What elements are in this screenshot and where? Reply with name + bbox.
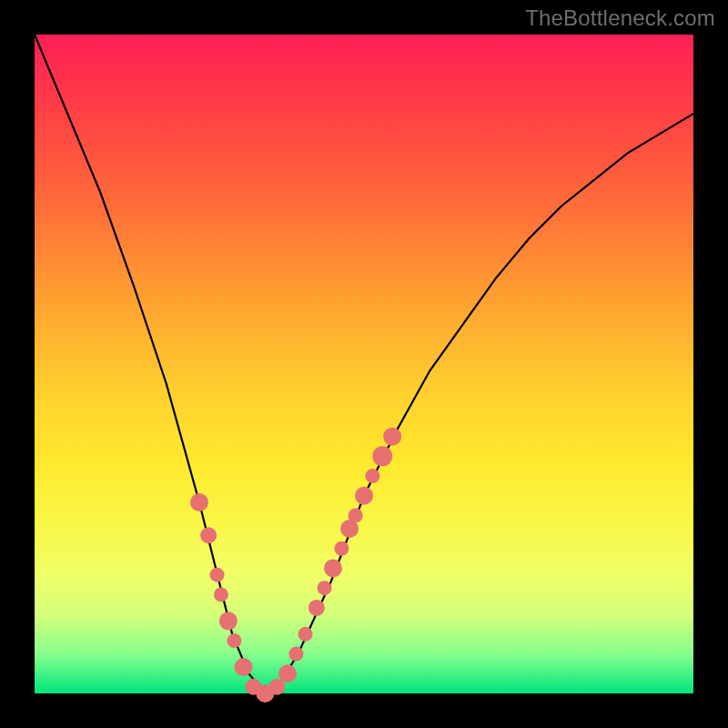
curve-marker — [308, 600, 325, 616]
bottleneck-curve — [35, 35, 693, 693]
curve-marker — [235, 658, 253, 676]
curve-marker — [288, 647, 303, 662]
curve-marker — [278, 664, 297, 682]
curve-marker — [372, 446, 392, 466]
curve-marker — [219, 612, 238, 630]
curve-marker — [214, 587, 228, 602]
curve-marker — [227, 633, 241, 648]
curve-marker — [355, 487, 373, 505]
curve-marker — [318, 581, 332, 595]
plot-area — [35, 35, 693, 693]
chart-stage: TheBottleneck.com — [0, 0, 728, 728]
curve-marker — [298, 627, 313, 642]
curve-marker — [334, 541, 349, 556]
curve-marker — [190, 493, 208, 511]
curve-marker — [200, 527, 217, 543]
watermark-text: TheBottleneck.com — [525, 5, 715, 31]
curve-marker — [383, 428, 401, 446]
curve-svg — [35, 35, 693, 693]
curve-marker — [210, 568, 225, 582]
curve-marker — [324, 559, 342, 577]
curve-marker — [349, 509, 363, 523]
curve-marker — [365, 469, 379, 483]
marker-layer — [190, 428, 401, 703]
